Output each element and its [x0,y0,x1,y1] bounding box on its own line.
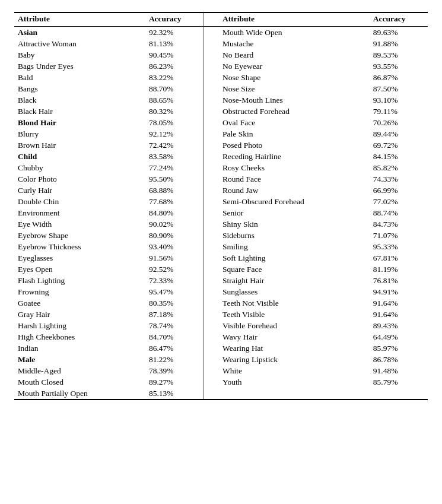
left-attribute: Asian [14,27,145,39]
right-attribute: Obstructed Forehead [217,106,370,117]
left-attribute: Indian [14,343,145,354]
left-accuracy: 87.18% [145,309,203,320]
column-divider [203,343,217,354]
left-accuracy: 90.45% [145,49,203,61]
right-accuracy: 89.43% [370,320,428,331]
left-attribute: Curly Hair [14,185,145,196]
right-attribute: Round Face [217,173,370,185]
left-accuracy: 80.90% [145,230,203,241]
table-row: Blurry92.12%Pale Skin89.44% [14,128,428,140]
column-divider [203,61,217,72]
left-attribute: Environment [14,207,145,218]
column-divider [203,173,217,185]
right-attribute: Oval Face [217,117,370,128]
left-accuracy: 77.68% [145,196,203,207]
right-attribute: Receding Hairline [217,151,370,162]
table-row: Black Hair80.32%Obstructed Forehead79.11… [14,106,428,117]
column-divider [203,27,217,39]
left-attribute: Chubby [14,162,145,173]
right-attribute: Visible Forehead [217,320,370,331]
table-row: Eyebrow Shape80.90%Sideburns71.07% [14,230,428,241]
table-row: Brown Hair72.42%Posed Photo69.72% [14,140,428,151]
column-divider [203,286,217,297]
left-accuracy: 85.13% [145,388,203,400]
right-attribute: Nose Size [217,83,370,94]
right-accuracy: 71.07% [370,230,428,241]
table-row: Bags Under Eyes86.23%No Eyewear93.55% [14,61,428,72]
left-attribute: Blond Hair [14,117,145,128]
column-divider [203,151,217,162]
right-accuracy: 85.97% [370,343,428,354]
left-accuracy: 77.24% [145,162,203,173]
left-attribute: Bags Under Eyes [14,61,145,72]
right-attribute: Nose Shape [217,72,370,83]
left-attribute: Mouth Partially Open [14,388,145,400]
left-accuracy: 81.22% [145,354,203,365]
right-attribute: Wavy Hair [217,331,370,343]
column-divider [203,365,217,376]
column-divider [203,218,217,230]
right-accuracy [370,388,428,400]
right-attribute: Wearing Hat [217,343,370,354]
table-row: Curly Hair68.88%Round Jaw66.99% [14,185,428,196]
right-accuracy: 74.33% [370,173,428,185]
column-divider [203,162,217,173]
table-row: Gray Hair87.18%Teeth Visible91.64% [14,309,428,320]
right-attribute: Round Jaw [217,185,370,196]
left-attribute: Flash Lighting [14,275,145,286]
left-accuracy: 89.27% [145,376,203,388]
left-attribute: Black [14,94,145,106]
right-attribute: Teeth Not Visible [217,297,370,309]
table-row: Flash Lighting72.33%Straight Hair76.81% [14,275,428,286]
table-row: Chubby77.24%Rosy Cheeks85.82% [14,162,428,173]
right-accuracy: 88.74% [370,207,428,218]
right-attribute: Semi-Obscured Forehead [217,196,370,207]
column-divider [203,264,217,275]
left-accuracy: 83.58% [145,151,203,162]
left-attribute: Double Chin [14,196,145,207]
left-accuracy: 91.56% [145,252,203,264]
right-accuracy: 91.64% [370,309,428,320]
right-accuracy: 77.02% [370,196,428,207]
left-attribute: Baby [14,49,145,61]
left-attribute: Middle-Aged [14,365,145,376]
column-divider [203,38,217,49]
column-divider [203,297,217,309]
left-accuracy: 88.65% [145,94,203,106]
right-attribute: Teeth Visible [217,309,370,320]
left-attribute: Frowning [14,286,145,297]
column-divider [203,72,217,83]
left-attribute: Bangs [14,83,145,94]
right-accuracy-header: Accuracy [370,12,428,27]
table-row: Male81.22%Wearing Lipstick86.78% [14,354,428,365]
right-attribute: Senior [217,207,370,218]
right-accuracy: 89.44% [370,128,428,140]
right-attribute: No Beard [217,49,370,61]
column-divider [203,320,217,331]
right-accuracy: 93.55% [370,61,428,72]
left-attribute: Bald [14,72,145,83]
right-attribute-header: Attribute [217,12,370,27]
right-attribute: Sideburns [217,230,370,241]
right-accuracy: 94.91% [370,286,428,297]
right-accuracy: 69.72% [370,140,428,151]
right-accuracy: 89.53% [370,49,428,61]
table-row: Double Chin77.68%Semi-Obscured Forehead7… [14,196,428,207]
right-accuracy: 67.81% [370,252,428,264]
table-row: Goatee80.35%Teeth Not Visible91.64% [14,297,428,309]
left-attribute: Harsh Lighting [14,320,145,331]
left-accuracy: 84.80% [145,207,203,218]
column-divider [203,117,217,128]
left-accuracy: 80.35% [145,297,203,309]
column-divider [203,94,217,106]
left-attribute: Eyes Open [14,264,145,275]
left-attribute: Male [14,354,145,365]
left-accuracy: 72.33% [145,275,203,286]
left-attribute: High Cheekbones [14,331,145,343]
table-row: Mouth Partially Open85.13% [14,388,428,400]
left-accuracy: 90.02% [145,218,203,230]
table-row: Harsh Lighting78.74%Visible Forehead89.4… [14,320,428,331]
left-attribute: Gray Hair [14,309,145,320]
table-row: High Cheekbones84.70%Wavy Hair64.49% [14,331,428,343]
right-accuracy: 81.19% [370,264,428,275]
